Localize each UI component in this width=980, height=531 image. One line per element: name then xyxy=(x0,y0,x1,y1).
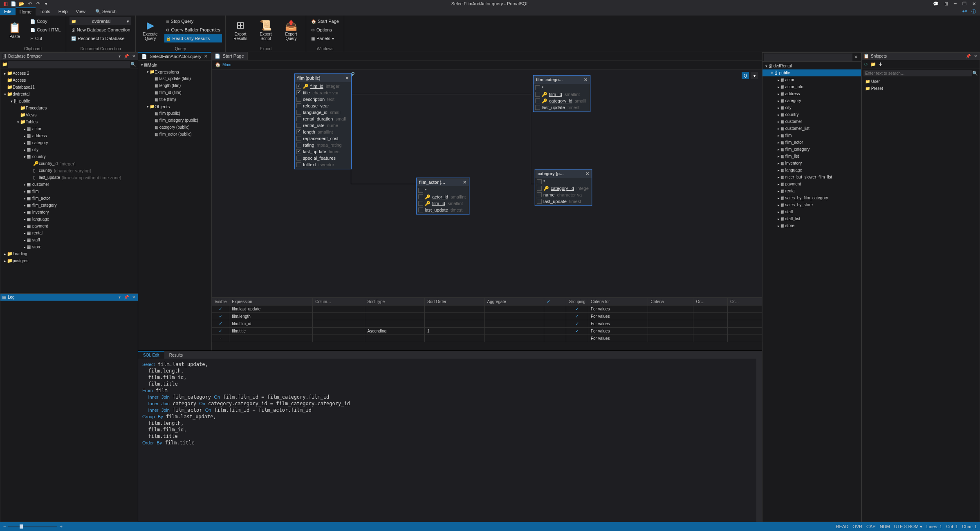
status-item[interactable]: READ xyxy=(836,524,849,529)
table-row[interactable]: rating mpaa_rating xyxy=(295,142,351,148)
menu-help[interactable]: Help xyxy=(54,8,72,15)
snippets-tree[interactable]: 📁 User📁 Preset xyxy=(862,77,980,522)
status-item[interactable]: CAP xyxy=(866,524,876,529)
canvas-search-button[interactable]: Q xyxy=(742,72,749,79)
builder-obj-item[interactable]: ▦ category (public) xyxy=(138,124,211,131)
grid-header[interactable]: Expression xyxy=(229,298,313,306)
table-row[interactable]: length smallint xyxy=(295,129,351,135)
qat-dropdown[interactable]: ▾ xyxy=(43,1,49,7)
log-close[interactable]: ✕ xyxy=(131,295,136,299)
grid-header[interactable]: Or… xyxy=(693,298,728,306)
log-dropdown[interactable]: ▾ xyxy=(118,295,121,299)
grid-row[interactable]: ✓ film.titleAscending1 ✓ For values xyxy=(212,328,762,335)
table-row[interactable]: * xyxy=(535,178,592,185)
new-connection-button[interactable]: 🗄 New Database Connection xyxy=(70,26,132,34)
snippets-new[interactable]: ✚ xyxy=(879,62,882,67)
query-builder-props-button[interactable]: ⚙ Query Builder Properties xyxy=(164,26,222,34)
db-browser-pin[interactable]: 📌 xyxy=(123,54,130,58)
table-row[interactable]: 🔑 actor_id smallint xyxy=(417,194,469,200)
table-card-film[interactable]: film (public)✕ 🔑 film_id integer title c… xyxy=(294,74,352,169)
db-tree-node[interactable]: ▸▦ film xyxy=(0,188,138,195)
db-tree[interactable]: ▸📁 Access 2📁 Access📁 Database11▾📁 dvdren… xyxy=(0,69,138,293)
ctx-item[interactable]: ▸▦ category xyxy=(762,97,861,104)
status-item[interactable]: Char: 1 xyxy=(962,524,977,529)
db-tree-node[interactable]: ▸▦ rental xyxy=(0,230,138,236)
grid-header[interactable]: Visible xyxy=(212,298,229,306)
table-card-film_actor[interactable]: film_actor (…✕ * 🔑 actor_id smallint 🔑 f… xyxy=(416,178,469,214)
snippets-new-folder[interactable]: 📁 xyxy=(870,62,876,67)
ctx-item[interactable]: ▸▦ country xyxy=(762,111,861,118)
paste-button[interactable]: 📋 Paste xyxy=(3,17,26,43)
restore-layout-icon[interactable]: ⊞ xyxy=(944,1,948,7)
qat-open[interactable] xyxy=(19,1,25,7)
db-tree-node[interactable]: ▸📁 postgres xyxy=(0,257,138,264)
ctx-item[interactable]: ▸▦ sales_by_film_category xyxy=(762,194,861,201)
qat-undo[interactable]: ↶ xyxy=(27,1,33,7)
grid-header[interactable]: Criteria for xyxy=(588,298,648,306)
grid-header[interactable]: Sort Order xyxy=(425,298,485,306)
builder-expressions-node[interactable]: ▾📁 Expressions xyxy=(138,68,211,75)
help-icon[interactable]: ⓘ xyxy=(971,9,976,15)
menu-search[interactable]: 🔍 Search xyxy=(91,8,121,16)
table-row[interactable]: release_year xyxy=(295,103,351,109)
doc-tab-query[interactable]: 📄 SelectFilmAndActor.query ✕ xyxy=(138,52,211,60)
snippet-folder[interactable]: 📁 User xyxy=(862,78,980,85)
export-query-button[interactable]: 📤Export Query xyxy=(280,17,303,43)
ctx-item[interactable]: ▸▦ rental xyxy=(762,187,861,194)
minimize-button[interactable]: ━ xyxy=(954,1,957,7)
ctx-item[interactable]: ▸▦ actor_info xyxy=(762,83,861,90)
sql-editor[interactable]: Select film.last_update, film.length, fi… xyxy=(138,359,762,522)
execute-query-button[interactable]: ▶ Execute Query xyxy=(139,17,162,43)
ctx-item[interactable]: ▸▦ staff_list xyxy=(762,215,861,222)
builder-expr-item[interactable]: ▦ last_update (film) xyxy=(138,75,211,82)
options-button[interactable]: ⚙ Options xyxy=(309,26,341,34)
table-row[interactable]: title character var xyxy=(295,89,351,96)
builder-expr-item[interactable]: ▦ film_id (film) xyxy=(138,89,211,96)
table-card-close[interactable]: ✕ xyxy=(584,77,588,83)
table-card-close[interactable]: ✕ xyxy=(463,180,466,185)
builder-expr-item[interactable]: ▦ title (film) xyxy=(138,96,211,103)
ctx-item[interactable]: ▸▦ staff xyxy=(762,208,861,215)
table-card-close[interactable]: ✕ xyxy=(345,76,349,81)
table-row[interactable]: last_update timest xyxy=(417,207,469,213)
snippets-search-input[interactable] xyxy=(863,70,972,76)
table-row[interactable]: fulltext tsvector xyxy=(295,161,351,168)
table-row[interactable]: description text xyxy=(295,96,351,103)
snippet-folder[interactable]: 📁 Preset xyxy=(862,85,980,92)
ctx-item[interactable]: ▸▦ inventory xyxy=(762,160,861,167)
grid-row[interactable]: ▫ For values xyxy=(212,335,762,342)
ctx-item[interactable]: ▸▦ actor xyxy=(762,76,861,83)
table-card-film_category[interactable]: film_catego…✕ * 🔑 film_id smallint 🔑 cat… xyxy=(533,75,590,112)
db-tree-node[interactable]: ▸▦ store xyxy=(0,243,138,250)
table-row[interactable]: rental_duration small xyxy=(295,116,351,122)
table-row[interactable]: * xyxy=(417,187,469,194)
ctx-root[interactable]: ▾🗄 dvdRental xyxy=(762,62,861,69)
context-tree[interactable]: ▾🗄 dvdRental ▾🗄 public▸▦ actor▸▦ actor_i… xyxy=(762,62,861,522)
db-tree-node[interactable]: ▸▦ customer xyxy=(0,181,138,188)
results-tab[interactable]: Results xyxy=(164,352,188,359)
ctx-item[interactable]: ▸▦ language xyxy=(762,167,861,174)
db-tree-node[interactable]: ▾📁 dvdrental xyxy=(0,91,138,98)
menu-tools[interactable]: Tools xyxy=(36,8,54,15)
db-tree-node[interactable]: ▸▦ city xyxy=(0,146,138,153)
qat-redo[interactable]: ↷ xyxy=(35,1,41,7)
start-page-button[interactable]: 🏠 Start Page xyxy=(309,17,341,25)
ctx-item[interactable]: ▸▦ payment xyxy=(762,181,861,187)
table-row[interactable]: 🔑 category_id intege xyxy=(535,185,592,192)
table-row[interactable]: last_update times xyxy=(295,148,351,155)
db-tree-node[interactable]: ▸📁 Loading xyxy=(0,250,138,257)
export-results-button[interactable]: ⊞Export Results xyxy=(229,17,252,43)
db-tree-node[interactable]: ▸▦ film_actor xyxy=(0,195,138,202)
update-indicator[interactable]: ●▾ xyxy=(962,9,967,15)
ctx-item[interactable]: ▸▦ customer xyxy=(762,118,861,125)
export-script-button[interactable]: 📜Export Script xyxy=(254,17,277,43)
grid-row[interactable]: ✓ film.last_update ✓ For values xyxy=(212,306,762,313)
close-button[interactable]: ✕ xyxy=(972,1,976,7)
stop-query-button[interactable]: ◼ Stop Query xyxy=(164,17,222,25)
status-item[interactable]: NUM xyxy=(880,524,890,529)
ctx-item[interactable]: ▸▦ nicer_but_slower_film_list xyxy=(762,174,861,181)
db-tree-node[interactable]: ▾🗄 public xyxy=(0,98,138,105)
menu-home[interactable]: Home xyxy=(16,7,36,16)
status-item[interactable]: UTF-8-BOM ▾ xyxy=(894,524,922,529)
grid-header[interactable]: Criteria xyxy=(648,298,693,306)
